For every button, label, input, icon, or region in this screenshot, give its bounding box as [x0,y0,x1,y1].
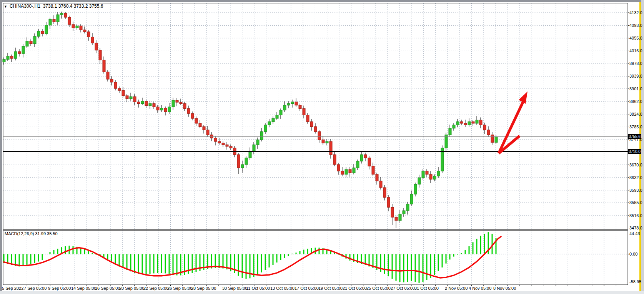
candle-down [426,171,428,174]
symbol-dropdown-icon[interactable]: ▼ [4,5,7,8]
candle-up [345,169,348,174]
candle-down [464,123,467,125]
candle-up [22,46,25,53]
candle-down [214,138,217,142]
candle-up [476,120,478,123]
chart-canvas[interactable] [0,0,644,294]
candle-down [110,79,113,82]
candle-up [264,125,267,131]
candle-down [460,122,463,123]
candle-down [310,122,313,127]
candle-down [191,113,194,118]
macd-indicator [4,232,501,283]
price-axis-label: 3670.0 [629,163,642,167]
time-axis-label: 8 Nov 05:00 [493,286,516,291]
candle-up [76,26,78,28]
candle-down [122,90,125,96]
price-axis-label: 3555.0 [629,200,642,205]
candle-down [206,130,209,135]
candle-up [26,41,28,47]
time-axis-label: 31 Oct 05:00 [414,286,439,291]
candle-down [30,41,32,44]
candle-up [449,128,451,135]
candle-up [253,145,255,151]
candle-down [387,198,390,208]
price-axis-label: 3824.0 [629,112,642,116]
candle-down [379,181,382,188]
candle-down [491,135,494,143]
candle-down [10,56,13,58]
candle-down [176,100,178,102]
price-axis-label: 3901.0 [629,86,642,91]
candle-up [57,15,59,22]
candle-down [183,104,186,109]
candle-down [372,166,374,174]
candle-up [172,100,175,107]
time-axis-label: 2 Nov 05:00 [445,286,468,291]
price-axis-label: 4093.0 [629,23,642,28]
candle-down [180,102,182,103]
time-axis-label: 30 Sep 05:00 [222,286,247,291]
candle-down [364,154,367,158]
macd-indicator-label: MACD(12,26,9) 31.99 35.50 [5,231,58,236]
macd-axis-label: 44.43 [629,231,640,236]
candle-down [376,174,378,181]
time-axis-label: 22 Sep 05:00 [143,286,168,291]
candle-up [453,125,455,128]
candle-down [80,26,82,30]
time-axis-label: 4 Nov 05:00 [469,286,491,291]
hline-price-badge: 3710.0 [628,149,641,154]
candle-up [60,13,63,15]
candle-up [7,56,9,60]
candle-up [360,154,363,161]
candle-down [383,188,386,198]
candle-up [280,110,282,115]
candle-down [64,13,67,17]
candle-down [137,102,140,103]
candle-down [114,82,117,88]
candle-up [433,176,436,179]
candle-down [118,88,121,90]
candle-up [326,141,328,143]
time-axis-label: 16 Sep 05:00 [95,286,120,291]
candle-down [226,145,228,146]
candle-up [445,135,448,148]
candle-down [99,50,102,60]
candle-up [149,104,151,106]
price-axis-label: 3593.0 [629,188,642,193]
arrow-shaft [499,102,523,153]
time-axis-label: 5 Sep 2022 [2,286,23,291]
candle-down [368,158,371,166]
trend-arrow[interactable] [499,91,528,153]
macd-axis-label: 0.00 [629,252,637,256]
price-axis-label: 4016.0 [629,48,642,53]
candle-down [218,141,221,143]
candle-down [18,51,21,53]
arrow-head [519,91,528,104]
candle-down [303,108,305,115]
candle-down [103,60,105,72]
candle-up [403,211,405,214]
candle-down [299,105,301,109]
candle-down [107,72,109,79]
candle-down [391,207,394,217]
candle-down [237,154,240,168]
candle-up [406,204,409,211]
candle-up [399,214,401,221]
candle-down [306,115,309,122]
candle-down [295,102,298,105]
time-axis-label: 9 Sep 05:00 [48,286,71,291]
candle-up [356,161,359,168]
time-axis-label: 25 Oct 05:00 [366,286,391,291]
candle-up [256,140,259,145]
candle-down [333,154,336,164]
time-axis-label: 26 Sep 05:00 [167,286,192,291]
candle-down [153,104,155,107]
price-lines[interactable] [3,137,628,152]
candle-up [272,118,275,122]
candle-up [168,107,171,112]
candle-down [337,164,340,171]
candle-down [395,217,398,221]
price-axis-label: 3632.0 [629,175,642,180]
price-axis-label: 3862.0 [629,99,642,104]
